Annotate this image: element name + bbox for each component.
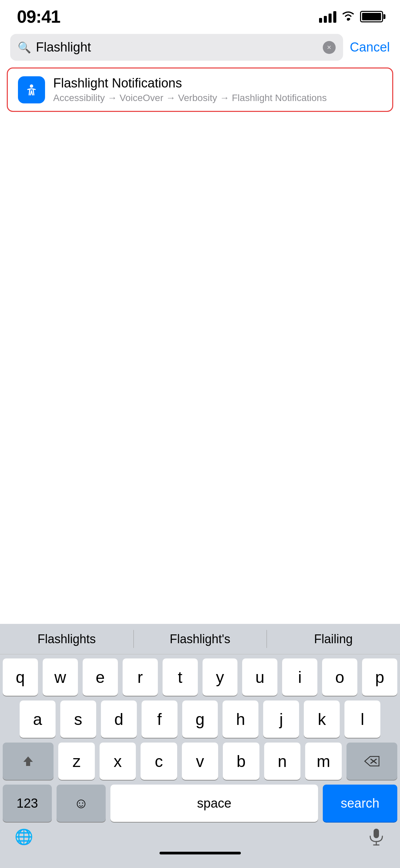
globe-icon[interactable]: 🌐 [10,827,37,847]
key-j[interactable]: j [263,701,299,738]
key-d[interactable]: d [101,701,137,738]
autocorrect-suggestion-1[interactable]: Flashlights [0,624,133,654]
key-t[interactable]: t [163,658,198,696]
result-text: Flashlight Notifications Accessibility →… [53,76,327,103]
search-input-wrapper[interactable]: 🔍 Flashlight × [10,34,343,61]
key-i[interactable]: i [282,658,317,696]
globe-mic-row: 🌐 [0,822,400,847]
key-g[interactable]: g [182,701,218,738]
keyboard-row-2: a s d f g h j k l [3,701,397,738]
keyboard-row-3: z x c v b n m [3,743,397,780]
result-title: Flashlight Notifications [53,76,327,91]
key-q[interactable]: q [3,658,38,696]
autocorrect-suggestion-2[interactable]: Flashlight's [133,624,267,654]
search-button[interactable]: search [323,785,397,822]
status-icons [319,9,383,24]
search-results: Flashlight Notifications Accessibility →… [0,64,400,115]
search-result-item[interactable]: Flashlight Notifications Accessibility →… [7,67,393,112]
keyboard-container: Flashlights Flashlight's Flailing q w e … [0,624,400,868]
key-o[interactable]: o [322,658,357,696]
key-numbers[interactable]: 123 [3,785,52,822]
key-z[interactable]: z [58,743,94,780]
key-p[interactable]: p [362,658,397,696]
home-indicator [0,847,400,858]
key-c[interactable]: c [141,743,177,780]
key-x[interactable]: x [100,743,136,780]
home-bar [160,852,241,854]
search-bar-container: 🔍 Flashlight × Cancel [0,31,400,64]
cancel-button[interactable]: Cancel [350,40,390,55]
mic-icon[interactable] [363,827,390,847]
accessibility-icon [18,76,45,103]
battery-icon [360,11,383,22]
key-v[interactable]: v [182,743,218,780]
key-k[interactable]: k [304,701,340,738]
keyboard-rows: q w e r t y u i o p a s d f g h j k l [0,654,400,822]
shift-key[interactable] [3,743,54,780]
autocorrect-suggestion-3[interactable]: Flailing [267,624,400,654]
keyboard-row-bottom: 123 ☺ space search [3,785,397,822]
svg-point-0 [347,18,350,21]
key-m[interactable]: m [305,743,341,780]
wifi-icon [341,9,355,24]
status-time: 09:41 [17,6,60,27]
key-a[interactable]: a [20,701,56,738]
result-path: Accessibility → VoiceOver → Verbosity → … [53,93,327,103]
key-h[interactable]: h [223,701,258,738]
key-w[interactable]: w [43,658,78,696]
key-b[interactable]: b [223,743,259,780]
svg-point-2 [30,84,33,88]
search-clear-button[interactable]: × [323,41,336,54]
search-icon: 🔍 [18,41,31,54]
key-y[interactable]: y [203,658,238,696]
key-f[interactable]: f [142,701,177,738]
svg-rect-5 [374,829,379,838]
key-emoji[interactable]: ☺ [57,785,106,822]
key-n[interactable]: n [264,743,300,780]
key-s[interactable]: s [60,701,96,738]
autocorrect-bar: Flashlights Flashlight's Flailing [0,624,400,654]
status-bar: 09:41 [0,0,400,31]
key-e[interactable]: e [83,658,118,696]
delete-key[interactable] [346,743,397,780]
key-space[interactable]: space [110,785,318,822]
keyboard-row-1: q w e r t y u i o p [3,658,397,696]
key-l[interactable]: l [344,701,380,738]
key-r[interactable]: r [123,658,158,696]
svg-point-1 [22,81,41,99]
key-u[interactable]: u [242,658,277,696]
search-input[interactable]: Flashlight [36,40,318,55]
signal-icon [319,11,336,23]
